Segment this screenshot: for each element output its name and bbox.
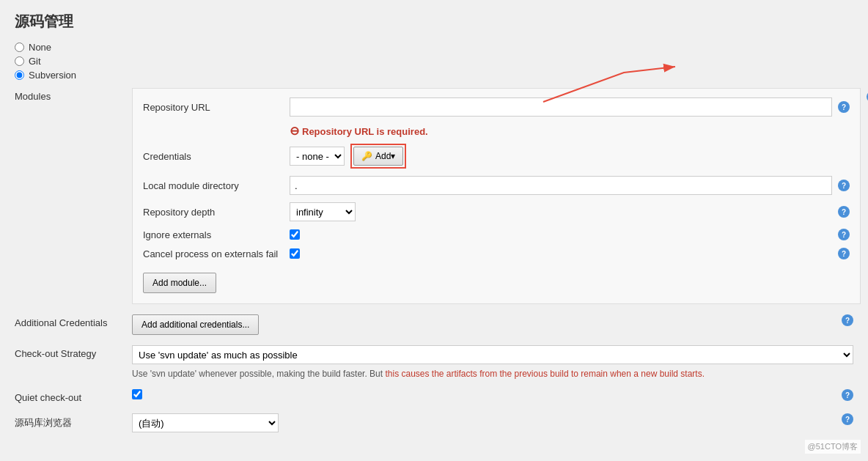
credentials-row: Credentials - none - 🔑 Add▾ <box>143 144 850 169</box>
modules-label: Modules <box>15 88 132 102</box>
add-credentials-button[interactable]: 🔑 Add▾ <box>353 147 403 166</box>
browser-select[interactable]: (自动) CollabNetSVN FishEyeSVN SVNWeb View… <box>132 413 279 432</box>
checkout-desc-highlight: this causes the artifacts from the previ… <box>385 369 705 379</box>
repo-depth-select[interactable]: infinity empty files immediates <box>290 202 356 221</box>
ignore-externals-help-icon[interactable]: ? <box>838 229 850 240</box>
cancel-externals-field <box>290 248 832 259</box>
additional-credentials-label: Additional Credentials <box>15 314 132 328</box>
additional-credentials-help-icon[interactable]: ? <box>842 314 853 326</box>
repo-url-error-row: ⊖ Repository URL is required. <box>290 124 850 138</box>
quiet-checkout-label: Quiet check-out <box>15 389 132 403</box>
radio-git-label: Git <box>29 56 41 67</box>
add-btn-label: Add▾ <box>375 151 395 161</box>
add-additional-credentials-button[interactable]: Add additional credentials... <box>132 314 259 335</box>
cancel-externals-row: Cancel process on externals fail ? <box>143 248 850 259</box>
ignore-externals-checkbox[interactable] <box>290 229 300 240</box>
repo-url-input[interactable] <box>290 97 832 117</box>
quiet-checkout-section: Quiet check-out ? <box>15 389 853 403</box>
radio-none[interactable]: None <box>15 42 853 53</box>
cancel-externals-checkbox[interactable] <box>290 248 300 259</box>
credentials-field: - none - 🔑 Add▾ <box>290 144 850 169</box>
svn-section: Modules Repository URL ? ⊖ Repository UR… <box>15 88 853 304</box>
repo-url-label: Repository URL <box>143 102 290 113</box>
ignore-externals-label: Ignore externals <box>143 229 290 240</box>
modules-panel: Repository URL ? ⊖ Repository URL is req… <box>132 88 861 304</box>
checkout-desc-normal: Use 'svn update' whenever possible, maki… <box>132 369 385 379</box>
add-credentials-highlighted: 🔑 Add▾ <box>350 144 406 169</box>
quiet-checkout-help-icon[interactable]: ? <box>842 389 853 401</box>
additional-credentials-content: Add additional credentials... <box>132 314 836 335</box>
error-icon: ⊖ <box>290 124 299 138</box>
browser-help-icon[interactable]: ? <box>842 413 853 425</box>
cancel-externals-label: Cancel process on externals fail <box>143 248 290 259</box>
local-module-dir-input[interactable] <box>290 176 832 195</box>
local-module-dir-field <box>290 176 832 195</box>
repo-depth-field: infinity empty files immediates <box>290 202 832 221</box>
ignore-externals-field <box>290 229 832 240</box>
repo-url-help-icon[interactable]: ? <box>838 101 850 113</box>
checkout-strategy-select[interactable]: Use 'svn update' as much as possible Alw… <box>132 345 853 364</box>
repo-depth-label: Repository depth <box>143 207 290 218</box>
quiet-checkout-content <box>132 389 836 402</box>
radio-git[interactable]: Git <box>15 56 853 67</box>
checkout-strategy-description: Use 'svn update' whenever possible, maki… <box>132 369 853 379</box>
add-module-button[interactable]: Add module... <box>143 273 216 293</box>
browser-content: (自动) CollabNetSVN FishEyeSVN SVNWeb View… <box>132 413 836 432</box>
repo-url-row: Repository URL ? <box>143 97 850 117</box>
credentials-select[interactable]: - none - <box>290 147 345 166</box>
repo-depth-row: Repository depth infinity empty files im… <box>143 202 850 221</box>
watermark: @51CTO博客 <box>805 440 861 454</box>
repo-depth-help-icon[interactable]: ? <box>838 206 850 218</box>
repo-url-field <box>290 97 832 117</box>
browser-section: 源码库浏览器 (自动) CollabNetSVN FishEyeSVN SVNW… <box>15 413 853 432</box>
radio-subversion-label: Subversion <box>29 70 76 81</box>
local-module-help-icon[interactable]: ? <box>838 180 850 191</box>
checkout-strategy-content: Use 'svn update' as much as possible Alw… <box>132 345 853 379</box>
credentials-label: Credentials <box>143 151 290 162</box>
local-module-dir-label: Local module directory <box>143 180 290 191</box>
ignore-externals-row: Ignore externals ? <box>143 229 850 240</box>
checkout-strategy-section: Check-out Strategy Use 'svn update' as m… <box>15 345 853 379</box>
additional-credentials-section: Additional Credentials Add additional cr… <box>15 314 853 335</box>
quiet-checkout-checkbox[interactable] <box>132 389 142 399</box>
cancel-externals-help-icon[interactable]: ? <box>838 248 850 259</box>
key-icon: 🔑 <box>361 151 372 161</box>
radio-subversion[interactable]: Subversion <box>15 70 853 81</box>
browser-label: 源码库浏览器 <box>15 413 132 429</box>
page-title: 源码管理 <box>15 12 853 32</box>
checkout-strategy-label: Check-out Strategy <box>15 345 132 359</box>
radio-none-label: None <box>29 42 51 53</box>
error-arrow <box>375 109 463 146</box>
local-module-dir-row: Local module directory ? <box>143 176 850 195</box>
